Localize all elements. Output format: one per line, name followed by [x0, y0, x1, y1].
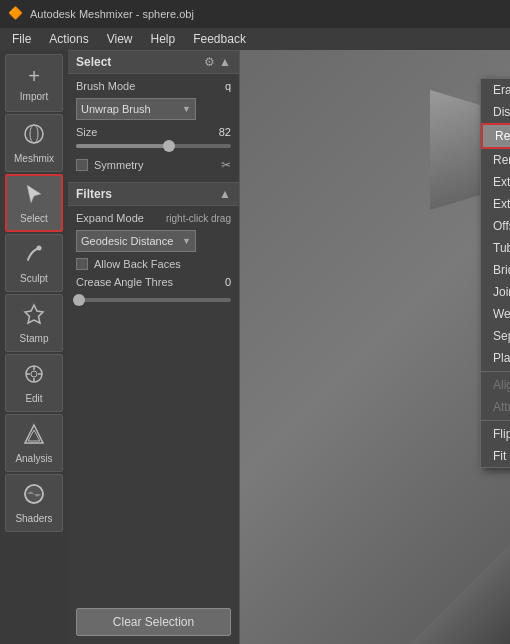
- panel-area: Select ⚙ ▲ Brush Mode q Unwrap Brush ▼ S…: [68, 50, 240, 644]
- menu-tube-handle[interactable]: Tube Handle: [481, 237, 510, 259]
- analysis-icon: [23, 423, 45, 450]
- toolbar-meshmix[interactable]: Meshmix: [5, 114, 63, 172]
- brush-mode-label: Brush Mode: [76, 80, 135, 92]
- expand-mode-value: Geodesic Distance: [81, 235, 173, 247]
- meshmix-icon: [23, 123, 45, 150]
- symmetry-row: Symmetry ✂: [76, 158, 231, 172]
- size-value: 82: [219, 126, 231, 138]
- title-bar: 🔶 Autodesk Meshmixer - sphere.obj: [0, 0, 510, 28]
- expand-mode-arrow: ▼: [182, 236, 191, 246]
- filters-title: Filters: [76, 187, 112, 201]
- menu-separate[interactable]: Separate Y: [481, 325, 510, 347]
- select-expand-icon[interactable]: ▲: [219, 55, 231, 69]
- context-menu-divider-2: [481, 420, 510, 421]
- menu-flip-normals[interactable]: Flip Normals: [481, 423, 510, 445]
- back-faces-row: Allow Back Faces: [76, 258, 231, 270]
- 3d-shape-corner: [410, 544, 510, 644]
- menu-align-to-target: Align To Target: [481, 374, 510, 396]
- crease-angle-row: Crease Angle Thres 0: [76, 276, 231, 288]
- brush-mode-shortcut: q: [225, 80, 231, 92]
- filters-section-header: Filters ▲: [68, 182, 239, 206]
- menu-remesh[interactable]: Remesh R: [481, 149, 510, 171]
- select-settings-icon[interactable]: ⚙: [204, 55, 215, 69]
- menu-bar: File Actions View Help Feedback: [0, 28, 510, 50]
- symmetry-checkbox[interactable]: [76, 159, 88, 171]
- menu-file[interactable]: File: [4, 30, 39, 48]
- menu-extract[interactable]: Extract Shift+D: [481, 193, 510, 215]
- menu-erase-fill[interactable]: Erase & Fill F: [481, 79, 510, 101]
- toolbar-sculpt[interactable]: Sculpt: [5, 234, 63, 292]
- select-label: Select: [20, 213, 48, 224]
- brush-mode-dropdown[interactable]: Unwrap Brush ▼: [76, 98, 196, 120]
- crease-slider-track[interactable]: [76, 298, 231, 302]
- brush-mode-row: Brush Mode q: [76, 80, 231, 92]
- expand-mode-label: Expand Mode: [76, 212, 144, 224]
- select-header-icons: ⚙ ▲: [204, 55, 231, 69]
- size-row: Size 82: [76, 126, 231, 138]
- menu-view[interactable]: View: [99, 30, 141, 48]
- brush-mode-arrow: ▼: [182, 104, 191, 114]
- svg-marker-10: [25, 425, 43, 443]
- svg-point-5: [31, 371, 37, 377]
- svg-point-3: [37, 245, 42, 250]
- menu-fit-primitive[interactable]: Fit Primitive P: [481, 445, 510, 467]
- size-slider-fill: [76, 144, 169, 148]
- crease-angle-label: Crease Angle Thres: [76, 276, 173, 288]
- expand-mode-dropdown[interactable]: Geodesic Distance ▼: [76, 230, 196, 252]
- menu-plane-cut[interactable]: Plane Cut: [481, 347, 510, 369]
- main-area: + Import Meshmix Select: [0, 50, 510, 644]
- size-slider-track[interactable]: [76, 144, 231, 148]
- filters-expand-icon[interactable]: ▲: [219, 187, 231, 201]
- svg-point-0: [25, 125, 43, 143]
- canvas-area[interactable]: Erase & Fill F Discard X Reduce Shift+R …: [240, 50, 510, 644]
- svg-point-1: [30, 125, 38, 143]
- size-label: Size: [76, 126, 97, 138]
- edit-label: Edit: [25, 393, 42, 404]
- expand-mode-hint: right-click drag: [166, 213, 231, 224]
- menu-bridge[interactable]: Bridge Ctrl+B: [481, 259, 510, 281]
- menu-discard[interactable]: Discard X: [481, 101, 510, 123]
- select-panel-content: Brush Mode q Unwrap Brush ▼ Size 82 Sym: [68, 74, 239, 178]
- menu-attract-to-target: Attract To Target: [481, 396, 510, 418]
- meshmix-label: Meshmix: [14, 153, 54, 164]
- shaders-icon: [23, 483, 45, 510]
- select-section-header: Select ⚙ ▲: [68, 50, 239, 74]
- filters-panel-content: Expand Mode right-click drag Geodesic Di…: [68, 206, 239, 312]
- toolbar-edit[interactable]: Edit: [5, 354, 63, 412]
- expand-mode-row: Expand Mode right-click drag: [76, 212, 231, 224]
- menu-help[interactable]: Help: [143, 30, 184, 48]
- svg-marker-11: [28, 430, 40, 441]
- shaders-label: Shaders: [15, 513, 52, 524]
- stamp-label: Stamp: [20, 333, 49, 344]
- import-label: Import: [20, 91, 48, 102]
- svg-marker-2: [27, 185, 41, 203]
- edit-icon: [23, 363, 45, 390]
- menu-actions[interactable]: Actions: [41, 30, 96, 48]
- crease-angle-value: 0: [225, 276, 231, 288]
- menu-join[interactable]: Join J: [481, 281, 510, 303]
- back-faces-label: Allow Back Faces: [94, 258, 181, 270]
- clear-btn-wrapper: Clear Selection: [68, 600, 239, 644]
- toolbar-import[interactable]: + Import: [5, 54, 63, 112]
- toolbar-stamp[interactable]: Stamp: [5, 294, 63, 352]
- menu-extrude[interactable]: Extrude D: [481, 171, 510, 193]
- sculpt-label: Sculpt: [20, 273, 48, 284]
- menu-offset[interactable]: Offset Ctrl+D: [481, 215, 510, 237]
- toolbar-select[interactable]: Select: [5, 174, 63, 232]
- filters-header-icons: ▲: [219, 187, 231, 201]
- menu-feedback[interactable]: Feedback: [185, 30, 254, 48]
- symmetry-icon: ✂: [221, 158, 231, 172]
- menu-weld-boundaries[interactable]: Weld Boundaries: [481, 303, 510, 325]
- size-slider-thumb[interactable]: [163, 140, 175, 152]
- size-container: Size 82: [76, 126, 231, 152]
- toolbar-analysis[interactable]: Analysis: [5, 414, 63, 472]
- context-menu: Erase & Fill F Discard X Reduce Shift+R …: [480, 78, 510, 468]
- symmetry-label: Symmetry: [94, 159, 144, 171]
- crease-slider-thumb[interactable]: [73, 294, 85, 306]
- toolbar-shaders[interactable]: Shaders: [5, 474, 63, 532]
- menu-reduce[interactable]: Reduce Shift+R: [481, 123, 510, 149]
- back-faces-checkbox[interactable]: [76, 258, 88, 270]
- clear-selection-button[interactable]: Clear Selection: [76, 608, 231, 636]
- sculpt-icon: [23, 243, 45, 270]
- select-title: Select: [76, 55, 111, 69]
